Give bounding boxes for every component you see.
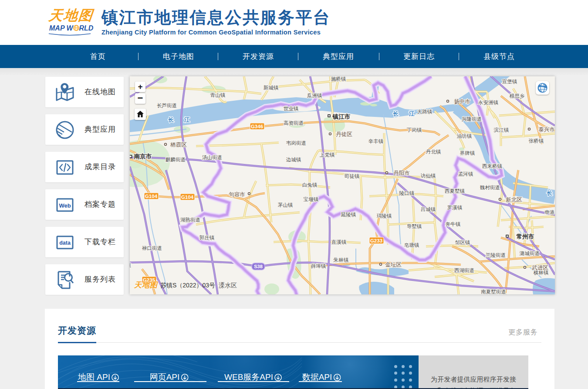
svg-text:白兔镇: 白兔镇 — [302, 182, 318, 188]
svg-text:施桥镇: 施桥镇 — [331, 76, 346, 82]
svg-text:罗溪镇: 罗溪镇 — [447, 205, 463, 210]
svg-text:延陵镇: 延陵镇 — [341, 212, 356, 217]
svg-text:魏村街道: 魏村街道 — [480, 185, 500, 190]
svg-text:世业镇: 世业镇 — [284, 106, 299, 111]
svg-text:南夏墅街道: 南夏墅街道 — [481, 289, 506, 294]
svg-text:新城镇: 新城镇 — [264, 85, 279, 90]
svg-text:边城镇: 边城镇 — [286, 157, 301, 162]
svg-text:界牌镇: 界牌镇 — [460, 150, 475, 156]
svg-text:常州市: 常州市 — [516, 233, 534, 240]
svg-text:郭庄镇: 郭庄镇 — [199, 235, 215, 240]
svg-text:G346: G346 — [251, 124, 263, 129]
svg-text:G233: G233 — [370, 238, 382, 243]
svg-text:禄口街道: 禄口街道 — [142, 246, 162, 251]
svg-text:根思乡: 根思乡 — [509, 93, 525, 99]
svg-text:韦岗街道: 韦岗街道 — [286, 140, 306, 146]
svg-text:西来桥镇: 西来桥镇 — [482, 164, 503, 169]
svg-text:导墅镇: 导墅镇 — [407, 224, 422, 229]
svg-text:宣堡镇: 宣堡镇 — [502, 79, 517, 84]
svg-text:扬中市: 扬中市 — [454, 99, 470, 105]
svg-text:宝堰镇: 宝堰镇 — [304, 197, 319, 202]
svg-text:丹阳市: 丹阳市 — [393, 170, 410, 176]
svg-text:陵口镇: 陵口镇 — [399, 191, 415, 196]
svg-text:新北区: 新北区 — [506, 197, 522, 203]
svg-text:永安洲镇: 永安洲镇 — [478, 100, 499, 105]
svg-text:瓜洲镇: 瓜洲镇 — [307, 93, 322, 98]
svg-text:G104: G104 — [145, 194, 158, 199]
svg-text:西夏墅镇: 西夏墅镇 — [445, 188, 465, 194]
svg-text:司徒镇: 司徒镇 — [345, 174, 360, 179]
svg-text:孟河镇: 孟河镇 — [458, 171, 473, 177]
svg-text:街道: 街道 — [130, 263, 132, 268]
svg-text:S38: S38 — [254, 264, 263, 269]
svg-text:上党镇: 上党镇 — [320, 152, 335, 157]
svg-text:潞城街道: 潞城街道 — [520, 251, 540, 256]
svg-text:兴隆街道: 兴隆街道 — [462, 116, 482, 122]
svg-text:丹北镇: 丹北镇 — [426, 149, 441, 154]
svg-text:长: 长 — [546, 190, 553, 196]
svg-text:珥陵镇: 珥陵镇 — [377, 213, 392, 218]
svg-text:丹徒区: 丹徒区 — [336, 131, 352, 137]
svg-text:茅山镇: 茅山镇 — [278, 202, 293, 208]
svg-text:直溪镇: 直溪镇 — [331, 239, 347, 245]
svg-text:金坛区: 金坛区 — [385, 262, 402, 268]
svg-text:薛埠镇: 薛埠镇 — [311, 263, 326, 269]
svg-text:G104: G104 — [181, 194, 194, 200]
svg-text:西湖街道: 西湖街道 — [454, 268, 474, 273]
svg-text:南京市: 南京市 — [134, 153, 152, 160]
svg-text:张桥镇: 张桥镇 — [529, 138, 544, 143]
svg-text:汤山街道: 汤山街道 — [202, 155, 222, 160]
svg-text:辛丰镇: 辛丰镇 — [368, 139, 384, 144]
svg-text:邹区镇: 邹区镇 — [455, 240, 470, 245]
svg-text:大路镇: 大路镇 — [417, 109, 433, 114]
svg-text:长 江: 长 江 — [392, 110, 419, 117]
svg-text:油坊镇: 油坊镇 — [457, 133, 472, 139]
svg-text:麒麟街道: 麒麟街道 — [166, 157, 186, 162]
svg-text:句容市: 句容市 — [228, 191, 245, 198]
svg-text:data: data — [59, 240, 71, 246]
svg-text:申港: 申港 — [545, 210, 555, 215]
svg-text:访仙镇: 访仙镇 — [421, 173, 436, 178]
svg-text:Web: Web — [59, 202, 71, 209]
svg-text:滨江镇: 滨江镇 — [494, 127, 509, 133]
svg-text:青山镇: 青山镇 — [210, 92, 226, 98]
svg-text:兰陵街道: 兰陵街道 — [486, 253, 506, 258]
svg-text:镇江市: 镇江市 — [332, 113, 351, 120]
svg-text:高资街道: 高资街道 — [284, 120, 304, 126]
svg-text:长芦街道: 长芦街道 — [157, 103, 177, 108]
svg-text:长 江: 长 江 — [168, 116, 194, 123]
svg-text:湖熟街道: 湖熟街道 — [180, 217, 200, 223]
svg-text:栖霞区: 栖霞区 — [170, 142, 187, 148]
svg-text:朱林镇: 朱林镇 — [333, 257, 349, 263]
svg-text:吕城镇: 吕城镇 — [421, 207, 436, 212]
svg-text:武进区: 武进区 — [531, 265, 548, 271]
svg-text:泰兴市: 泰兴市 — [538, 126, 555, 133]
svg-text:皂塘镇: 皂塘镇 — [404, 242, 419, 248]
svg-text:奔牛镇: 奔牛镇 — [446, 222, 461, 227]
svg-text:丁岗镇: 丁岗镇 — [407, 127, 422, 133]
